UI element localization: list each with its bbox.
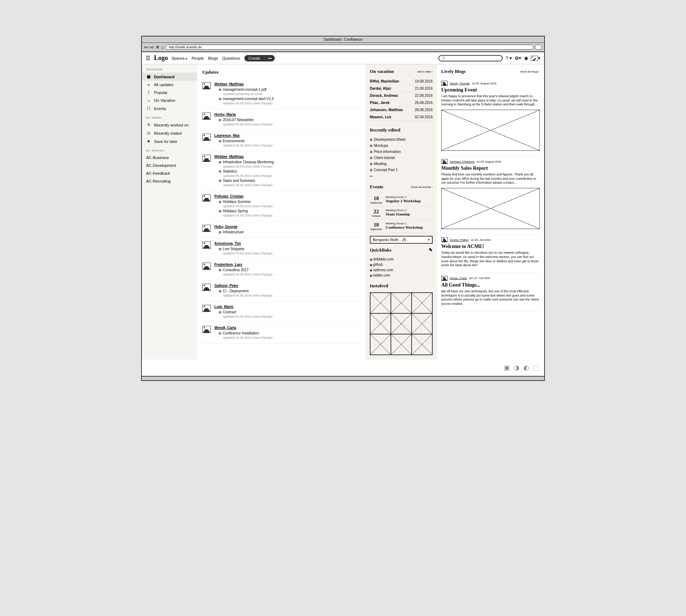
sidebar-item-recently-visited[interactable]: ◷Recently visited bbox=[142, 129, 197, 137]
quicklink-item[interactable]: nytimes.com bbox=[370, 267, 433, 273]
go-button[interactable] bbox=[535, 45, 542, 50]
event-row[interactable]: 18September Meeting Room 1Angular 2 Work… bbox=[370, 193, 433, 207]
quicklink-item[interactable]: github bbox=[370, 262, 433, 267]
update-doc-link[interactable]: Live Snippets bbox=[219, 247, 244, 251]
blog-author-link[interactable]: Denham, Christoph bbox=[450, 160, 474, 163]
sidebar-space-ac-recruiting[interactable]: AC-Recruiting bbox=[142, 177, 197, 185]
update-author-link[interactable]: Webber, Matthias bbox=[214, 155, 361, 159]
recent-item[interactable]: Meeting bbox=[370, 161, 433, 167]
update-author-link[interactable]: Gallone, Peter bbox=[214, 284, 361, 288]
quicklink-item[interactable]: twitter.com bbox=[370, 273, 433, 278]
update-author-link[interactable]: Wendt, Carla bbox=[214, 326, 361, 330]
bitbucket-icon[interactable]: ⬚ bbox=[533, 364, 539, 371]
event-room: Meeting Room 2 bbox=[386, 209, 433, 212]
update-meta: updated 04.08.2016 (view change) bbox=[214, 273, 361, 276]
sidebar-item-save-for-later[interactable]: ★Save for later bbox=[142, 137, 197, 145]
update-doc-link[interactable]: Confluence Installation bbox=[219, 331, 259, 335]
quicklink-item[interactable]: dribbble.com bbox=[370, 257, 433, 262]
update-item: Gallone, Peter CI - Deploymentupdated 04… bbox=[202, 280, 361, 301]
nav-questions[interactable]: Questions bbox=[222, 56, 240, 60]
update-author-link[interactable]: Lawrence, Max bbox=[214, 134, 361, 138]
update-author-link[interactable]: Webber, Matthias bbox=[214, 82, 361, 86]
recent-item[interactable]: Development-Sheet bbox=[370, 136, 433, 143]
blog-title[interactable]: Monthly Sales Report bbox=[441, 165, 540, 171]
url-bar[interactable] bbox=[165, 45, 533, 50]
recent-more[interactable]: ••• bbox=[370, 173, 433, 179]
sidebar-item-popular[interactable]: ⤴Popular bbox=[142, 89, 197, 96]
update-doc-link[interactable]: Environments bbox=[219, 139, 245, 143]
sidebar-item-on-vacation[interactable]: ☼On Vacation bbox=[142, 96, 197, 104]
profile-icon[interactable]: ▾ bbox=[531, 55, 541, 61]
sidebar-item-dashboard[interactable]: ▦Dashboard bbox=[142, 73, 197, 81]
update-doc-link[interactable]: Infrastructure bbox=[219, 230, 244, 234]
update-author-link[interactable]: Pellugio, Cristian bbox=[214, 194, 361, 198]
update-author-link[interactable]: Frederikon, Lars bbox=[214, 263, 361, 267]
update-doc-link[interactable]: Infrastruktur Cleanup Monitoring bbox=[219, 160, 274, 164]
settings-icon[interactable]: ✿▾ bbox=[515, 55, 521, 61]
sidebar-item-all-updates[interactable]: ≡All updates bbox=[142, 81, 197, 89]
update-doc-link[interactable]: Contract bbox=[219, 310, 236, 314]
vacation-add-link[interactable]: add a date bbox=[417, 70, 433, 73]
update-author-link[interactable]: Horby, Maria bbox=[214, 113, 361, 116]
sidebar-space-ac-business[interactable]: AC-Business bbox=[142, 154, 197, 162]
nav-people[interactable]: People bbox=[192, 56, 204, 60]
update-doc-link[interactable]: Holidays Spring bbox=[219, 209, 248, 213]
stop-button[interactable]: ✕ bbox=[155, 44, 160, 50]
sidebar-space-ac-development[interactable]: AC-Development bbox=[142, 162, 197, 169]
search-input[interactable] bbox=[438, 55, 503, 61]
notifications-icon[interactable]: ◉ bbox=[524, 55, 528, 61]
sidebar-item-events[interactable]: ☐Events bbox=[142, 104, 197, 113]
blogs-show-all[interactable]: show all blogs bbox=[520, 70, 540, 73]
home-button[interactable]: ⌂ bbox=[161, 44, 164, 50]
update-doc-link[interactable]: Tasks and Summary bbox=[219, 179, 255, 183]
github-icon[interactable]: ◐ bbox=[523, 364, 529, 371]
forward-button[interactable]: ⇨ bbox=[150, 44, 154, 50]
blog-author-link[interactable]: Wordy, Thomas bbox=[450, 82, 470, 85]
update-author-link[interactable]: Lugi, Mario bbox=[214, 305, 361, 309]
back-button[interactable]: ⇦ bbox=[144, 44, 148, 50]
vacation-name: Dardai, Aljaz bbox=[370, 86, 391, 90]
blogs-title: Lively Blogs bbox=[441, 69, 466, 74]
update-meta: updated 05.08.2016 (view change) bbox=[214, 144, 361, 147]
facebook-icon[interactable]: ▣ bbox=[504, 364, 510, 371]
quicklinks-edit-icon[interactable]: ✎ bbox=[429, 247, 433, 253]
sidebar-item-recently-worked-on[interactable]: ✎Recently worked on bbox=[142, 121, 197, 129]
update-doc-link[interactable]: Holidays Summer bbox=[219, 200, 251, 204]
blog-excerpt: Today we would like to introduce you to … bbox=[441, 251, 540, 268]
vacation-date: 26.08.2016 bbox=[415, 101, 433, 105]
create-more-button[interactable]: ••• bbox=[265, 55, 275, 61]
sidebar-label: Recently worked on bbox=[154, 123, 189, 127]
update-author-link[interactable]: Hoby, George bbox=[214, 225, 361, 229]
event-row[interactable]: 18September Meeting Room 1Confluence Wor… bbox=[370, 220, 433, 233]
update-doc-link[interactable]: CI - Deployment bbox=[219, 289, 249, 293]
blog-title[interactable]: All Good Things... bbox=[441, 282, 540, 288]
create-button[interactable]: Create bbox=[244, 55, 265, 61]
nav-blogs[interactable]: Blogs bbox=[208, 56, 218, 60]
update-meta: updated 05.08.2016 (view change) bbox=[214, 123, 361, 126]
update-doc-link[interactable]: Consultina 2017 bbox=[219, 268, 249, 272]
nav-spaces[interactable]: Spaces bbox=[172, 56, 187, 60]
recent-item[interactable]: Client tutorial bbox=[370, 155, 433, 161]
update-doc-link[interactable]: management-concept-1.pdf bbox=[219, 88, 267, 91]
update-item: Pellugio, Cristian Holidays Summerupdate… bbox=[202, 191, 361, 221]
update-doc-link[interactable]: 2016-07 Newsletter bbox=[219, 118, 254, 122]
update-author-link[interactable]: Armstrong, Tim bbox=[214, 242, 361, 245]
menu-icon[interactable]: ☰ bbox=[145, 55, 150, 61]
person-dropdown[interactable]: Benjamin Roth - 25 bbox=[370, 236, 433, 244]
update-doc-link[interactable]: management-concept-start V1.5 bbox=[219, 97, 274, 101]
avatar bbox=[202, 263, 211, 270]
recent-item[interactable]: Mockups bbox=[370, 143, 433, 149]
twitter-icon[interactable]: ◑ bbox=[514, 364, 520, 371]
blog-title[interactable]: Welcome to ACME! bbox=[441, 244, 540, 249]
blog-author-link[interactable]: Shegn, Frank bbox=[450, 277, 467, 280]
help-icon[interactable]: ? ▾ bbox=[506, 55, 512, 61]
update-doc-link[interactable]: Statistics bbox=[219, 169, 237, 173]
blog-title[interactable]: Upcoming Event bbox=[441, 87, 540, 93]
recent-item[interactable]: Concept Part 1 bbox=[370, 167, 433, 173]
blog-author-link[interactable]: Gorest, Philipp bbox=[450, 238, 468, 242]
recent-item[interactable]: Price information bbox=[370, 149, 433, 155]
vacation-row: Pitac, Jarek26.08.2016 bbox=[370, 99, 433, 106]
event-row[interactable]: 22Oktober Meeting Room 2Team Standup bbox=[370, 207, 433, 220]
sidebar-space-ac-feedback[interactable]: AC-Feedback bbox=[142, 169, 197, 177]
events-show-all[interactable]: Show all events bbox=[411, 185, 433, 189]
